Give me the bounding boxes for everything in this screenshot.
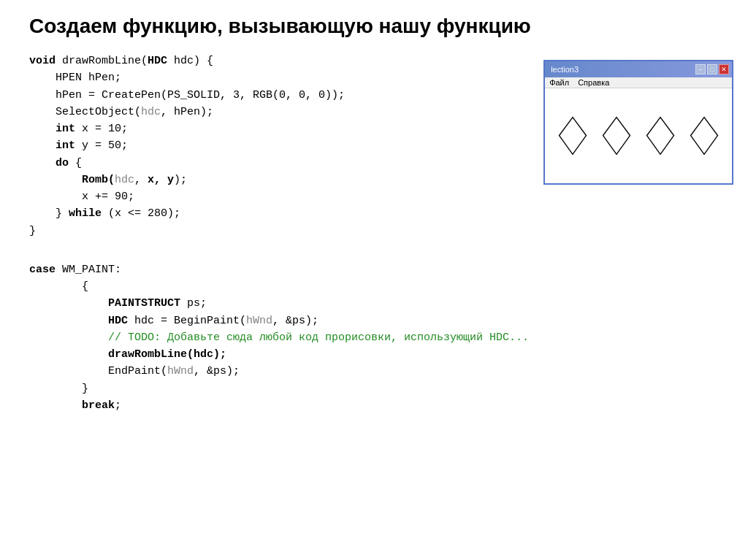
svg-marker-0 <box>560 118 587 155</box>
diamond-1 <box>554 114 591 158</box>
code-line: case WM_PAINT: <box>29 261 529 278</box>
code-line: } <box>29 223 529 239</box>
code-line: int x = 10; <box>29 120 529 137</box>
code-line: Romb(hdc, x, y); <box>29 172 529 188</box>
code-line: do { <box>29 155 529 172</box>
code-line: SelectObject(hdc, hPen); <box>29 104 529 120</box>
svg-marker-2 <box>647 118 674 155</box>
code-line: drawRombLine(hdc); <box>29 346 529 363</box>
diamond-4 <box>686 114 722 158</box>
code-line: PAINTSTRUCT ps; <box>29 295 529 312</box>
code-line: x += 90; <box>29 188 529 205</box>
window-titlebar: lection3 – □ ✕ <box>545 61 732 77</box>
code-line: } <box>29 380 529 397</box>
window-title: lection3 <box>548 65 579 74</box>
svg-marker-1 <box>603 118 630 155</box>
diamond-3 <box>642 114 679 158</box>
right-panel: lection3 – □ ✕ Файл Справка <box>543 53 748 436</box>
window-mockup: lection3 – □ ✕ Файл Справка <box>543 60 733 185</box>
code-line: HDC hdc = BeginPaint(hWnd, &ps); <box>29 312 529 329</box>
close-button[interactable]: ✕ <box>719 64 729 74</box>
maximize-button[interactable]: □ <box>707 64 717 74</box>
svg-marker-3 <box>691 118 718 155</box>
window-controls: – □ ✕ <box>695 64 729 74</box>
main-content: void drawRombLine(HDC hdc) { HPEN hPen; … <box>29 53 719 436</box>
code-line: { <box>29 278 529 295</box>
code-line: int y = 50; <box>29 137 529 154</box>
page-title: Создаем функцию, вызывающую нашу функцию <box>29 15 719 38</box>
menu-file[interactable]: Файл <box>549 78 569 87</box>
code-block-1: void drawRombLine(HDC hdc) { HPEN hPen; … <box>29 53 529 239</box>
code-line: break; <box>29 397 529 414</box>
code-line: // TODO: Добавьте сюда любой код прорисо… <box>29 329 529 346</box>
minimize-button[interactable]: – <box>695 64 706 74</box>
code-line: EndPaint(hWnd, &ps); <box>29 363 529 380</box>
window-menubar: Файл Справка <box>545 77 732 88</box>
menu-help[interactable]: Справка <box>578 78 609 87</box>
code-section: void drawRombLine(HDC hdc) { HPEN hPen; … <box>29 53 529 436</box>
code-line: HPEN hPen; <box>29 69 529 86</box>
diamond-2 <box>598 114 635 158</box>
code-line: } while (x <= 280); <box>29 205 529 222</box>
code-line: void drawRombLine(HDC hdc) { <box>29 53 529 69</box>
window-canvas <box>545 88 732 183</box>
code-line: hPen = CreatePen(PS_SOLID, 3, RGB(0, 0, … <box>29 87 529 104</box>
code-block-2: case WM_PAINT: { PAINTSTRUCT ps; HDC hdc… <box>29 261 529 414</box>
